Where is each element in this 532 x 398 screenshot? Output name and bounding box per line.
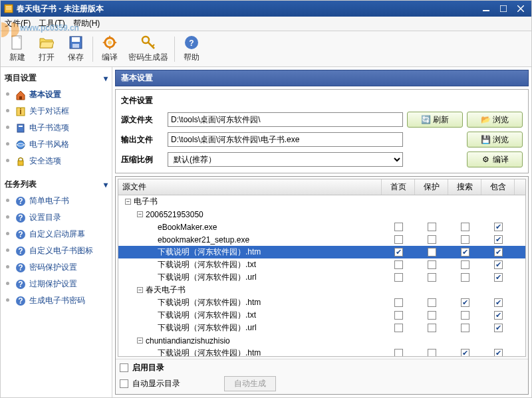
checkbox[interactable]	[394, 324, 403, 332]
col-search[interactable]: 搜索	[448, 179, 481, 195]
checkbox[interactable]	[461, 273, 469, 282]
browse-out-button[interactable]: 💾浏览	[467, 132, 523, 148]
checkbox[interactable]	[428, 311, 436, 320]
checkbox[interactable]	[428, 235, 436, 244]
table-row[interactable]: 下载说明（河东软件园）.htm✔✔	[118, 347, 525, 356]
table-row[interactable]: 下载说明（河东软件园）.txt✔	[118, 309, 525, 322]
menu-tools[interactable]: 工具(T)	[39, 18, 65, 29]
new-button[interactable]: 新建	[3, 34, 31, 64]
sidebar-item-task-0[interactable]: ?简单电子书	[3, 193, 109, 209]
checkbox[interactable]	[428, 298, 436, 307]
checkbox[interactable]	[394, 298, 403, 307]
separator	[92, 37, 93, 62]
compile-file-button[interactable]: ⚙编译	[467, 151, 523, 167]
checkbox[interactable]: ✔	[494, 324, 503, 332]
svg-text:i: i	[19, 107, 21, 116]
checkbox[interactable]	[461, 311, 469, 320]
checkbox[interactable]	[394, 223, 403, 231]
tree-toggle[interactable]: −	[137, 211, 143, 217]
table-row[interactable]: −chuntiandianzishuzhisio	[118, 334, 525, 347]
checkbox[interactable]	[461, 324, 469, 332]
table-row[interactable]: −春天电子书	[118, 284, 525, 296]
table-row[interactable]: −电子书	[118, 195, 525, 208]
checkbox[interactable]	[394, 311, 403, 320]
sidebar-item-task-6[interactable]: ?生成电子书密码	[3, 292, 109, 309]
checkbox[interactable]	[394, 273, 403, 282]
sidebar-item-project-1[interactable]: i关于对话框	[3, 103, 109, 120]
checkbox[interactable]	[461, 223, 469, 231]
close-button[interactable]	[513, 3, 529, 15]
maximize-button[interactable]	[495, 3, 511, 15]
sidebar-item-task-3[interactable]: ?自定义电子书图标	[3, 243, 109, 259]
sidebar-item-task-5[interactable]: ?过期保护设置	[3, 276, 109, 292]
sidebar-item-project-4[interactable]: 安全选项	[3, 153, 109, 169]
source-table[interactable]: 源文件 首页 保护 搜索 包含 −电子书−2006521953050eBookM…	[118, 179, 525, 356]
menu-help[interactable]: 帮助(H)	[73, 18, 100, 29]
checkbox[interactable]	[394, 235, 403, 244]
sidebar-item-project-2[interactable]: 电子书选项	[3, 120, 109, 136]
sidebar-item-project-0[interactable]: 基本设置	[3, 86, 109, 103]
table-row[interactable]: 下载说明（河东软件园）.htm✔✔✔	[118, 246, 525, 258]
checkbox[interactable]	[428, 273, 436, 282]
checkbox[interactable]: ✔	[461, 298, 469, 307]
refresh-button[interactable]: 🔄刷新	[407, 112, 463, 128]
checkbox[interactable]	[461, 235, 469, 244]
checkbox[interactable]: ✔	[494, 223, 503, 231]
checkbox[interactable]: ✔	[494, 248, 503, 256]
enable-dir-checkbox[interactable]	[120, 363, 128, 372]
checkbox[interactable]	[394, 349, 403, 356]
checkbox[interactable]	[428, 260, 436, 269]
table-row[interactable]: 下载说明（河东软件园）.txt✔	[118, 258, 525, 271]
help-button[interactable]: ? 帮助	[178, 34, 205, 64]
sidebar-item-task-2[interactable]: ?自定义启动屏幕	[3, 226, 109, 243]
menu-file[interactable]: 文件(F)	[5, 18, 31, 29]
checkbox[interactable]	[428, 223, 436, 231]
save-button[interactable]: 保存	[62, 34, 90, 64]
checkbox[interactable]	[394, 260, 403, 269]
gear-icon	[102, 35, 118, 50]
checkbox[interactable]	[428, 349, 436, 356]
col-include[interactable]: 包含	[481, 179, 515, 195]
table-row[interactable]: eBookMaker.exe✔	[118, 221, 525, 233]
table-row[interactable]: ebookmaker21_setup.exe✔	[118, 233, 525, 246]
table-row[interactable]: 下载说明（河东软件园）.url✔	[118, 271, 525, 284]
compile-button[interactable]: 编译	[96, 34, 124, 64]
out-file-input[interactable]	[168, 132, 403, 147]
checkbox[interactable]: ✔	[394, 248, 403, 256]
checkbox[interactable]: ✔	[461, 248, 469, 256]
chevron-down-icon[interactable]: ▾	[104, 74, 108, 83]
sidebar-item-label: 安全选项	[29, 155, 61, 167]
pwdgen-button[interactable]: 密码生成器	[125, 34, 172, 64]
auto-generate-button[interactable]: 自动生成	[224, 376, 276, 391]
sidebar-item-task-4[interactable]: ?密码保护设置	[3, 259, 109, 276]
checkbox[interactable]	[428, 324, 436, 332]
checkbox[interactable]: ✔	[494, 260, 503, 269]
minimize-button[interactable]	[478, 3, 494, 15]
tree-toggle[interactable]: −	[125, 199, 131, 205]
table-row[interactable]: 下载说明（河东软件园）.htm✔✔	[118, 296, 525, 309]
table-row[interactable]: 下载说明（河东软件园）.url✔	[118, 322, 525, 334]
open-button[interactable]: 打开	[33, 34, 61, 64]
col-src[interactable]: 源文件	[118, 179, 382, 195]
ratio-select[interactable]: 默认(推荐）	[168, 152, 403, 167]
chevron-down-icon[interactable]: ▾	[104, 180, 108, 189]
checkbox[interactable]: ✔	[494, 273, 503, 282]
project-settings-header: 项目设置 ▾	[3, 70, 109, 86]
table-row[interactable]: −2006521953050	[118, 208, 525, 221]
col-protect[interactable]: 保护	[415, 179, 448, 195]
checkbox[interactable]	[461, 260, 469, 269]
checkbox[interactable]: ✔	[494, 311, 503, 320]
src-folder-input[interactable]	[168, 112, 403, 127]
sidebar-item-project-3[interactable]: 电子书风格	[3, 136, 109, 153]
checkbox[interactable]: ✔	[494, 298, 503, 307]
checkbox[interactable]: ✔	[494, 235, 503, 244]
checkbox[interactable]: ✔	[494, 349, 503, 356]
browse-src-button[interactable]: 📂浏览	[467, 112, 523, 128]
tree-toggle[interactable]: −	[137, 287, 143, 293]
checkbox[interactable]	[428, 248, 436, 256]
tree-toggle[interactable]: −	[137, 338, 143, 344]
sidebar-item-task-1[interactable]: ?设置目录	[3, 209, 109, 226]
col-home[interactable]: 首页	[382, 179, 415, 195]
checkbox[interactable]: ✔	[461, 349, 469, 356]
autoshow-dir-checkbox[interactable]	[120, 379, 128, 388]
